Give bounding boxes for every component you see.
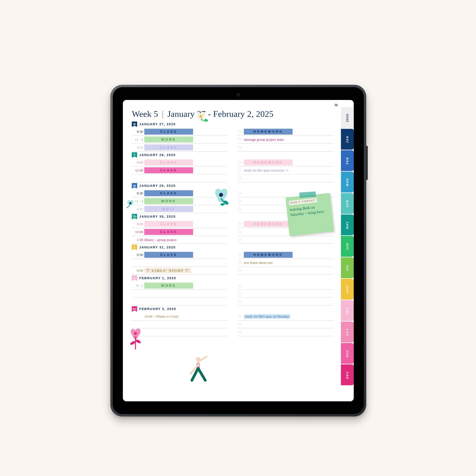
schedule-row[interactable]: 4:30CLASS (132, 144, 227, 152)
brand-logo-icon: ≋ (333, 102, 339, 108)
schedule-row[interactable]: 8:00♡ GIRLS' NIGHT ♡ (132, 267, 227, 275)
event-block: WORK (144, 283, 193, 289)
schedule-row[interactable]: 1:30library – group project (132, 236, 227, 244)
tab-aug[interactable]: AUG (341, 279, 354, 300)
month-tabs-rail: 2025JANFEBMARAPRMAYJUNJULAUGSEPOCTNOVDEC (341, 100, 354, 401)
notes-row[interactable] (238, 267, 334, 275)
notes-row[interactable]: HOMEWORK (238, 128, 334, 136)
day-block: SuFEBRUARY 2, 202510:00 – Pilates w/ Car… (132, 306, 334, 336)
tab-feb[interactable]: FEB (341, 150, 354, 171)
week-range: January 27 - February 2, 2025 (167, 109, 273, 119)
notes-column: HOMEWORKtext Katie about resi (238, 251, 334, 275)
schedule-row[interactable]: 4:30QUIZ (132, 205, 227, 213)
notes-row[interactable]: message group project team (238, 136, 334, 144)
tab-may[interactable]: MAY (341, 215, 354, 235)
day-flag: Th (132, 214, 137, 219)
title-separator: | (160, 109, 165, 119)
schedule-row[interactable]: 11:00CLASS (132, 228, 227, 236)
note-text: study for BIO quiz on Monday (244, 314, 290, 319)
sticky-text: training Beth on Saturday – bring keys (289, 203, 329, 217)
schedule-row[interactable]: 9:30CLASS (132, 128, 227, 136)
day-body: 9:30CLASS8:00♡ GIRLS' NIGHT ♡HOMEWORKtex… (132, 251, 334, 275)
notes-row[interactable] (238, 320, 334, 328)
ipad-screen[interactable]: ≋ Week 5 | January 27 - February 2, 2025… (123, 100, 354, 401)
day-block: TJANUARY 28, 20259:00CLASS11:00CLASSHOME… (132, 152, 334, 182)
bullet-icon (239, 254, 241, 256)
schedule-row[interactable]: 10:00 – Pilates w/ Carly (132, 312, 227, 320)
day-flag: W (132, 183, 137, 188)
notes-row[interactable] (238, 290, 334, 298)
day-block: MJANUARY 27, 20259:30CLASS11 - 3WORK4:30… (132, 121, 334, 152)
tab-nov[interactable]: NOV (341, 343, 354, 364)
day-date: JANUARY 30, 2025 (139, 215, 176, 219)
schedule-row[interactable]: 9 - 1WORK (132, 282, 227, 290)
event-block: CLASS (144, 129, 193, 135)
sticky-note[interactable]: DON'T FORGET training Beth on Saturday –… (286, 193, 334, 236)
day-body: 9:30CLASS11 - 3WORK4:30CLASSHOMEWORKmess… (132, 128, 334, 152)
notes-row[interactable]: HOMEWORK (238, 159, 334, 167)
notes-row[interactable] (238, 282, 334, 290)
planner-content: ≋ Week 5 | January 27 - February 2, 2025… (123, 100, 341, 401)
tab-apr[interactable]: APR (341, 193, 354, 214)
schedule-column: 9:30CLASS8:00♡ GIRLS' NIGHT ♡ (132, 251, 227, 275)
schedule-row[interactable]: 11 - 3WORK (132, 136, 227, 144)
event-block: CLASS (144, 229, 193, 235)
schedule-row[interactable] (132, 320, 227, 328)
page-title: Week 5 | January 27 - February 2, 2025 (132, 109, 334, 119)
event-block: QUIZ (144, 206, 193, 212)
schedule-row[interactable] (132, 174, 227, 182)
schedule-row[interactable] (132, 328, 227, 336)
schedule-row[interactable]: 9:00CLASS (132, 159, 227, 167)
ipad-device: ≋ Week 5 | January 27 - February 2, 2025… (110, 85, 366, 416)
schedule-row[interactable]: 9:00CLASS (132, 220, 227, 228)
day-date: FEBRUARY 1, 2025 (139, 276, 176, 280)
notes-row[interactable]: HOMEWORK (238, 251, 334, 259)
day-date: JANUARY 27, 2025 (139, 122, 176, 126)
time-label: 8:00 (132, 269, 143, 273)
schedule-row[interactable]: 9:30CLASS (132, 251, 227, 259)
notes-row[interactable] (238, 144, 334, 152)
note-text: text Katie about resi (244, 261, 273, 265)
event-block: CLASS (144, 144, 193, 150)
schedule-row[interactable] (132, 259, 227, 267)
schedule-column: 9:00CLASS11:00CLASS (132, 159, 227, 182)
notes-row[interactable] (238, 328, 334, 336)
bullet-icon (239, 331, 241, 333)
notes-row[interactable]: study for BIO quiz on Monday (238, 312, 334, 320)
notes-row[interactable] (238, 298, 334, 305)
schedule-row[interactable] (132, 298, 227, 305)
day-header: MJANUARY 27, 2025 (132, 121, 334, 127)
notes-row[interactable] (238, 236, 334, 244)
notes-row[interactable] (238, 174, 334, 182)
schedule-row[interactable]: 9:30CLASS (132, 189, 227, 197)
bullet-icon (239, 200, 241, 202)
time-label: 9:30 (132, 191, 143, 195)
tab-year[interactable]: 2025 (341, 107, 354, 128)
tab-jan[interactable]: JAN (341, 129, 354, 150)
notes-column: study for BIO quiz on Monday (238, 312, 334, 336)
bullet-icon (239, 261, 241, 264)
schedule-row[interactable] (132, 290, 227, 298)
time-label: 11:00 (132, 168, 143, 172)
tab-dec[interactable]: DEC (341, 364, 354, 385)
notes-column (238, 282, 334, 305)
time-label: 9:00 (132, 160, 143, 165)
tab-jun[interactable]: JUN (341, 236, 354, 257)
schedule-row[interactable]: 11:00CLASS (132, 167, 227, 174)
schedule-row[interactable]: 11 - 3WORK (132, 197, 227, 205)
day-header: SuFEBRUARY 2, 2025 (132, 306, 334, 312)
bullet-icon (239, 269, 241, 272)
svg-point-13 (129, 202, 132, 204)
tab-mar[interactable]: MAR (341, 172, 354, 192)
bullet-icon (239, 130, 241, 133)
bullet-icon (239, 208, 241, 210)
week-number: Week 5 (132, 109, 158, 119)
tab-oct[interactable]: OCT (341, 322, 354, 342)
schedule-column: 9:30CLASS11 - 3WORK4:30CLASS (132, 128, 227, 152)
day-date: JANUARY 31, 2025 (139, 245, 176, 249)
notes-row[interactable]: study for Bio quiz tomorrow ☆ (238, 167, 334, 174)
tab-sep[interactable]: SEP (341, 300, 354, 321)
tab-jul[interactable]: JUL (341, 257, 354, 278)
homework-block: HOMEWORK (244, 252, 293, 258)
notes-row[interactable]: text Katie about resi (238, 259, 334, 267)
